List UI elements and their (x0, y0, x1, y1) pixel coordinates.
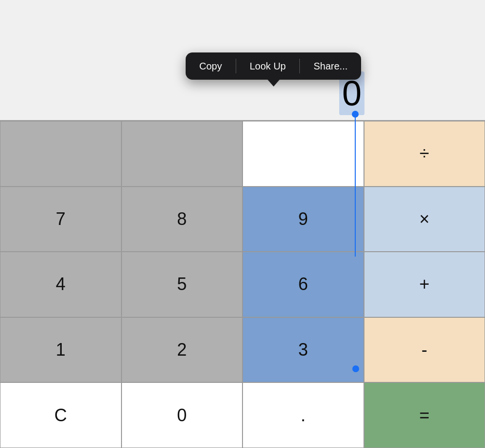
selection-handle-top[interactable] (352, 111, 359, 118)
key-8[interactable]: 8 (121, 187, 243, 252)
key-4[interactable]: 4 (0, 252, 121, 317)
key-5[interactable]: 5 (121, 252, 243, 317)
key-equals[interactable]: = (364, 382, 485, 448)
key-7[interactable]: 7 (0, 187, 121, 252)
key-empty-2 (121, 121, 243, 187)
key-9[interactable]: 9 (242, 187, 364, 252)
key-empty-3 (242, 121, 364, 187)
selection-handle-bottom[interactable] (352, 365, 359, 372)
context-menu-share[interactable]: Share... (300, 52, 361, 80)
key-2[interactable]: 2 (121, 317, 243, 383)
key-decimal[interactable]: . (242, 382, 364, 448)
key-empty-1 (0, 121, 121, 187)
keypad: ÷ 7 8 9 × 4 5 6 + 1 2 3 - C 0 . = (0, 121, 485, 448)
key-minus[interactable]: - (364, 317, 485, 383)
key-plus[interactable]: + (364, 252, 485, 317)
key-3[interactable]: 3 (242, 317, 364, 383)
key-1[interactable]: 1 (0, 317, 121, 383)
context-menu: Copy Look Up Share... (186, 52, 361, 80)
selection-line (355, 111, 356, 257)
key-divide[interactable]: ÷ (364, 121, 485, 187)
key-6[interactable]: 6 (242, 252, 364, 317)
key-zero[interactable]: 0 (121, 382, 243, 448)
context-menu-copy[interactable]: Copy (186, 52, 236, 80)
key-multiply[interactable]: × (364, 187, 485, 252)
context-menu-lookup[interactable]: Look Up (236, 52, 300, 80)
key-clear[interactable]: C (0, 382, 121, 448)
